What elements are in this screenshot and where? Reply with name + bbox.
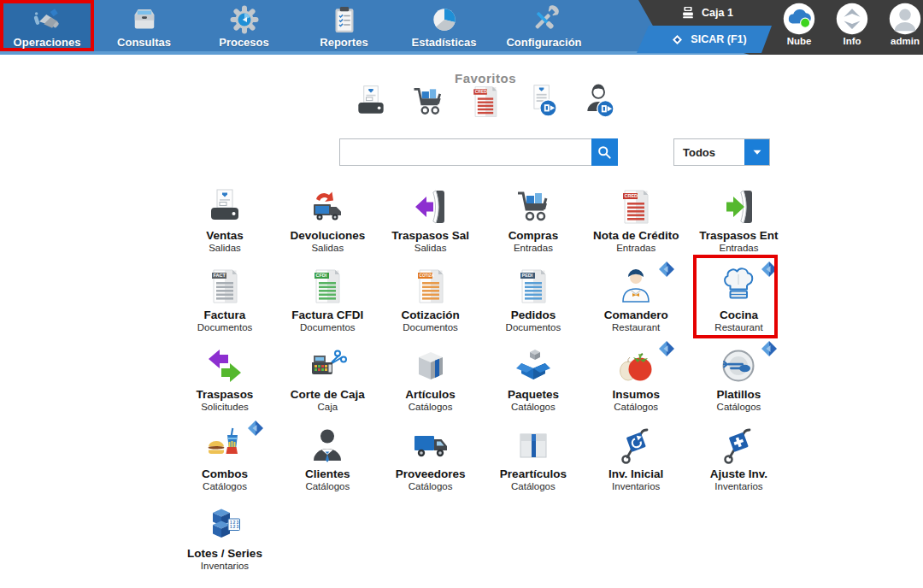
search-input[interactable] [339, 138, 592, 166]
favorite-item-1[interactable] [352, 83, 390, 121]
tile-corte-de-caja[interactable]: Corte de CajaCaja [276, 342, 379, 421]
open-box-icon [513, 345, 554, 386]
doc-cred-icon: CRED [467, 83, 504, 121]
tab-label: Procesos [219, 36, 269, 49]
tile-clientes[interactable]: ClientesCatálogos [276, 421, 379, 501]
tile-pedidos[interactable]: PEDIPedidosDocumentos [482, 262, 585, 342]
tile-traspasos[interactable]: TraspasosSolicitudes [173, 342, 276, 421]
tab-operaciones[interactable]: Operaciones [0, 0, 94, 51]
search-button[interactable] [591, 138, 618, 166]
favorite-item-4[interactable] [524, 83, 561, 121]
svg-text:1 2 3: 1 2 3 [230, 520, 239, 525]
clipboard-icon [329, 4, 360, 35]
tile-icon-area [276, 342, 379, 386]
handshake-icon [32, 4, 62, 35]
tile-paquetes[interactable]: PaquetesCatálogos [482, 342, 585, 421]
person-icon [307, 425, 348, 466]
tile-insumos[interactable]: InsumosCatálogos [585, 342, 687, 421]
tile-title: Cotización [379, 309, 482, 321]
tab-label: Estadísticas [412, 36, 477, 49]
tile-inv-inicial[interactable]: Inv. InicialInventarios [585, 421, 687, 501]
tile-icon-area [687, 421, 790, 466]
sicar-banner[interactable]: SICAR (F1) [637, 26, 780, 53]
tile-prearticulos[interactable]: PreartículosCatálogos [482, 421, 585, 501]
tile-icon-area [482, 342, 585, 386]
tile-nota-de-credito[interactable]: CREDNota de CréditoEntradas [585, 183, 687, 262]
register-cut-icon [307, 345, 348, 386]
tile-compras[interactable]: ComprasEntradas [482, 183, 585, 262]
tile-ventas[interactable]: VentasSalidas [173, 183, 276, 262]
tile-factura-cfdi[interactable]: CFDIFactura CFDIDocumentos [276, 262, 379, 342]
tile-title: Factura [173, 309, 276, 321]
chef-hat-icon [718, 266, 759, 307]
svg-text:CFDI: CFDI [316, 273, 327, 278]
tab-estadisticas[interactable]: Estadísticas [394, 0, 494, 51]
tile-icon-area [173, 183, 276, 227]
tile-lotes-series[interactable]: 1 2 31 2 3Lotes / SeriesInventarios [173, 501, 276, 580]
doc-cred-icon: CRED [615, 186, 656, 227]
tile-subtitle: Catálogos [276, 481, 379, 491]
waiter-icon [615, 266, 656, 307]
favorite-item-5[interactable] [581, 83, 619, 121]
tile-title: Traspasos Ent [687, 230, 790, 242]
door-in-icon [718, 186, 759, 227]
diamond-badge-icon [658, 261, 675, 278]
avatar-icon [889, 3, 921, 35]
lot-boxes-icon: 1 2 31 2 3 [204, 504, 245, 545]
tile-title: Paquetes [482, 389, 585, 401]
favorite-item-2[interactable] [409, 83, 447, 121]
svg-text:1 2 3: 1 2 3 [230, 525, 239, 529]
doc-exit-badge-icon [524, 83, 561, 121]
tab-configuracion[interactable]: Configuración [494, 0, 594, 51]
tile-traspasos-sal[interactable]: Traspasos SalSalidas [379, 183, 482, 262]
diamond-badge-icon [658, 340, 675, 357]
tile-subtitle: Catálogos [687, 402, 790, 412]
diamond-badge-icon [761, 261, 778, 278]
tile-title: Proveedores [379, 468, 482, 480]
filter-dropdown[interactable]: Todos [673, 138, 770, 166]
tab-label: Reportes [320, 36, 367, 49]
tile-subtitle: Caja [276, 402, 379, 412]
svg-text:PEDI: PEDI [521, 273, 532, 278]
tile-ajuste-inv[interactable]: Ajuste Inv.Inventarios [687, 421, 790, 501]
tile-title: Ventas [173, 230, 276, 242]
tile-traspasos-ent[interactable]: Traspasos EntEntradas [687, 183, 790, 262]
tile-articulos[interactable]: ArtículosCatálogos [379, 342, 482, 421]
tile-subtitle: Inventarios [173, 561, 276, 571]
tab-reportes[interactable]: Reportes [294, 0, 394, 51]
tile-cotizacion[interactable]: COTIZACotizaciónDocumentos [379, 262, 482, 342]
tile-icon-area [687, 262, 790, 307]
favorite-item-3[interactable]: CRED [467, 83, 504, 121]
tile-icon-area [585, 342, 687, 386]
tile-subtitle: Documentos [379, 322, 482, 332]
filter-dropdown-button[interactable] [744, 139, 769, 165]
diamond-icon [670, 32, 685, 47]
tab-procesos[interactable]: Procesos [194, 0, 294, 51]
tile-icon-area [379, 342, 482, 386]
tile-title: Inv. Inicial [585, 468, 687, 480]
arrows-swap-icon [204, 345, 245, 386]
station-label: Caja 1 [702, 7, 733, 19]
tab-consultas[interactable]: Consultas [94, 0, 194, 51]
quick-button-admin[interactable]: admin [888, 3, 922, 46]
tile-combos[interactable]: CombosCatálogos [173, 421, 276, 501]
tile-platillos[interactable]: PlatillosCatálogos [687, 342, 790, 421]
tab-label: Configuración [506, 36, 581, 49]
sicar-main-screen: OperacionesConsultasProcesosReportesEsta… [0, 0, 923, 588]
tile-icon-area [379, 421, 482, 466]
ticket-printer-icon [204, 186, 245, 227]
tile-subtitle: Documentos [276, 322, 379, 332]
tile-cocina[interactable]: CocinaRestaurant [687, 262, 790, 342]
ticket-printer-icon [352, 83, 390, 121]
tile-proveedores[interactable]: ProveedoresCatálogos [379, 421, 482, 501]
tile-title: Comandero [585, 309, 687, 321]
tile-comandero[interactable]: ComanderoRestaurant [585, 262, 687, 342]
tile-title: Traspasos Sal [379, 230, 482, 242]
quick-button-nube[interactable]: Nube [782, 3, 816, 46]
quick-button-info[interactable]: Info [835, 3, 869, 46]
tile-icon-area [585, 262, 687, 307]
svg-text:COTIZA: COTIZA [419, 273, 434, 278]
tile-factura[interactable]: FACTFacturaDocumentos [173, 262, 276, 342]
tile-subtitle: Documentos [482, 322, 585, 332]
tile-devoluciones[interactable]: DevolucionesSalidas [276, 183, 379, 262]
